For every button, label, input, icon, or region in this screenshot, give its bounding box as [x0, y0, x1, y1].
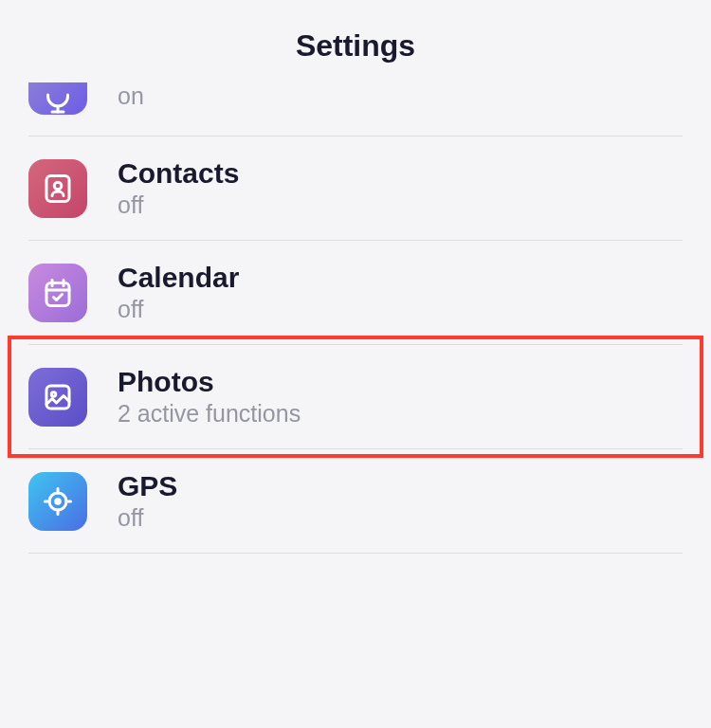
row-sub: off	[118, 191, 239, 219]
svg-point-11	[56, 499, 61, 503]
svg-point-9	[51, 391, 56, 396]
row-title: Contacts	[118, 157, 239, 190]
row-title: GPS	[118, 470, 177, 502]
header: Settings	[0, 0, 711, 82]
row-title: Photos	[118, 366, 301, 398]
settings-row-contacts[interactable]: Contacts off	[28, 136, 683, 241]
gps-icon	[28, 472, 87, 531]
settings-row-calendar[interactable]: Calendar off	[28, 241, 683, 345]
contacts-icon	[28, 159, 87, 218]
page-title: Settings	[0, 28, 711, 64]
row-text: Contacts off	[118, 157, 239, 219]
svg-rect-4	[46, 282, 69, 305]
row-text: on	[118, 82, 144, 110]
settings-row-mic[interactable]: on	[28, 82, 683, 136]
settings-row-photos[interactable]: Photos 2 active functions	[28, 345, 683, 449]
row-sub: off	[118, 296, 239, 323]
settings-row-gps[interactable]: GPS off	[28, 449, 683, 554]
row-text: Calendar off	[118, 262, 239, 323]
row-sub: 2 active functions	[118, 400, 301, 428]
svg-point-3	[54, 182, 62, 190]
row-text: GPS off	[118, 470, 177, 532]
mic-icon	[28, 82, 87, 115]
photos-icon	[28, 368, 87, 427]
calendar-icon	[28, 264, 87, 322]
row-sub: on	[118, 82, 144, 110]
highlight-box	[8, 336, 703, 458]
row-title: Calendar	[118, 262, 239, 294]
row-text: Photos 2 active functions	[118, 366, 301, 428]
settings-list: on Contacts off Calendar	[0, 82, 711, 554]
row-sub: off	[118, 504, 177, 532]
